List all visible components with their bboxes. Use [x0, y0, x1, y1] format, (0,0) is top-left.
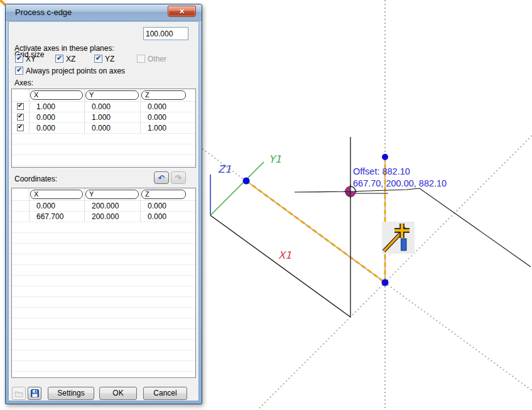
axes-header-z[interactable]: Z	[141, 90, 186, 100]
axes-row-checkbox[interactable]	[17, 103, 24, 110]
planes-label: Activate axes in these planes:	[14, 44, 114, 53]
offset-annotation-line2: 667.70, 200.00, 882.10	[353, 178, 447, 188]
coordinates-table-empty-rows	[12, 222, 195, 377]
coordinates-cell: 0.000	[29, 201, 84, 211]
grid-size-input[interactable]	[143, 27, 188, 40]
redo-button[interactable]: ↷	[171, 171, 186, 184]
coordinates-cell: 667.700	[29, 212, 84, 222]
axes-cell: 1.000	[84, 112, 140, 122]
app-screenshot: { "window": { "title": "Process c-edge",…	[0, 0, 532, 410]
checkbox-xy[interactable]	[15, 55, 23, 63]
undo-button[interactable]: ↶	[154, 171, 169, 184]
save-floppy-icon	[31, 389, 39, 397]
close-button[interactable]: ✕	[168, 6, 196, 17]
axis-y-label: Y1	[269, 153, 281, 165]
coordinates-cell: 200.000	[84, 212, 140, 222]
checkbox-xy-label: XY	[26, 55, 36, 63]
axes-row-checkbox[interactable]	[17, 114, 24, 121]
coordinates-label: Coordinates:	[14, 175, 57, 183]
open-file-button[interactable]	[12, 387, 26, 400]
coordinates-cell: 0.000	[140, 201, 195, 211]
snap-tool-cursor-icon	[382, 222, 415, 254]
axes-table-row[interactable]: 0.000 1.000 0.000	[12, 112, 195, 123]
coordinates-table: X Y Z 0.000 200.000 0.000 667.700 200.00…	[11, 188, 196, 378]
undo-icon: ↶	[158, 174, 165, 182]
checkbox-yz[interactable]	[94, 55, 102, 63]
point-handle-bottom[interactable]	[382, 279, 389, 286]
coordinates-cell: 0.000	[140, 212, 195, 222]
axes-table-row[interactable]: 1.000 0.000 0.000	[12, 102, 195, 112]
ok-button[interactable]: OK	[99, 387, 137, 400]
axes-cell: 0.000	[140, 112, 195, 122]
axes-table: X Y Z 1.000 0.000 0.000 0.000 1.000 0.00…	[11, 89, 196, 168]
redo-icon: ↷	[175, 174, 182, 182]
axes-header-y[interactable]: Y	[85, 90, 139, 100]
axis-z-label: Z1	[218, 163, 231, 175]
coordinates-table-header: X Y Z	[12, 188, 195, 201]
window-title: Process c-edge	[15, 8, 72, 17]
axes-cell: 1.000	[29, 102, 84, 112]
coordinates-table-row[interactable]: 667.700 200.000 0.000	[12, 212, 195, 222]
axis-x-label: X1	[278, 249, 291, 261]
checkbox-yz-label: YZ	[105, 55, 114, 63]
coordinates-header-x[interactable]: X	[30, 190, 83, 199]
cancel-button[interactable]: Cancel	[143, 387, 187, 400]
process-c-edge-window: Process c-edge ✕ Grid size Activate axes…	[5, 4, 202, 404]
axes-cell: 0.000	[140, 102, 195, 112]
axes-cell: 1.000	[140, 123, 195, 133]
checkbox-project-points-label: Always project points on axes	[26, 67, 125, 75]
axes-table-empty-rows	[12, 134, 195, 167]
save-button[interactable]	[28, 387, 41, 400]
axes-cell: 0.000	[29, 123, 84, 133]
coordinates-cell: 200.000	[84, 201, 140, 211]
axes-cell: 0.000	[84, 123, 140, 133]
settings-button[interactable]: Settings	[48, 387, 94, 400]
construction-line-45-diagonal	[258, 136, 532, 410]
axes-table-row[interactable]: 0.000 0.000 1.000	[12, 123, 195, 134]
axes-cell: 0.000	[29, 112, 84, 122]
dialog-body: Grid size Activate axes in these planes:…	[8, 21, 199, 401]
axes-table-header: X Y Z	[12, 89, 195, 102]
checkbox-other-label: Other	[148, 55, 166, 63]
axes-row-checkbox[interactable]	[17, 124, 24, 131]
axes-label: Axes:	[14, 78, 33, 87]
window-titlebar[interactable]: Process c-edge ✕	[6, 4, 202, 21]
checkbox-xz[interactable]	[55, 55, 63, 63]
axis-x-line	[210, 215, 350, 317]
point-handle-top[interactable]	[382, 154, 388, 160]
axes-cell: 0.000	[84, 102, 140, 112]
coordinates-header-y[interactable]: Y	[85, 190, 139, 199]
close-icon: ✕	[179, 8, 185, 15]
coordinates-table-row[interactable]: 0.000 200.000 0.000	[12, 201, 195, 212]
checkbox-other[interactable]	[137, 55, 145, 63]
checkbox-xz-label: XZ	[66, 55, 75, 63]
axes-header-x[interactable]: X	[30, 90, 83, 100]
coordinates-header-z[interactable]: Z	[141, 190, 186, 199]
open-folder-icon	[14, 390, 23, 397]
point-handle-start[interactable]	[243, 178, 250, 185]
highlight-segment-diagonal	[246, 181, 385, 283]
offset-annotation-line1: Offset: 882.10	[353, 166, 410, 176]
checkbox-project-points[interactable]	[15, 67, 23, 75]
